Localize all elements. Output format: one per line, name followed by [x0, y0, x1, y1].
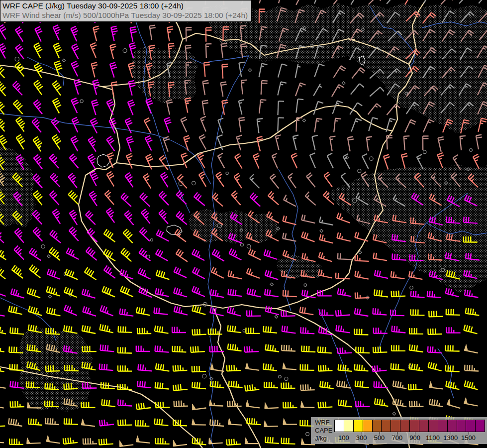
legend-color-box [447, 420, 457, 432]
legend-label-line3: J/kg [315, 435, 332, 443]
legend-color-box [466, 420, 475, 432]
legend-tick-label: 700 [391, 434, 402, 442]
legend-color-box [372, 420, 382, 432]
legend-color-box [428, 420, 438, 432]
legend-color-box [390, 420, 400, 432]
legend-color-box [400, 420, 409, 432]
legend-tick-label: 1100 [426, 434, 440, 442]
legend-label: WRF CAPE J/kg [315, 419, 332, 443]
map-subtitle: WRF Wind shear (m/s) 500/1000hPa Tuesday… [2, 10, 248, 20]
legend-label-line1: WRF [315, 419, 332, 427]
legend-tick-label: 100 [338, 434, 349, 442]
map-title: WRF CAPE (J/kg) Tuesday 30-09-2025 18:00… [2, 1, 248, 10]
legend-color-box [475, 420, 485, 432]
legend-color-box [353, 420, 363, 432]
legend-color-box [438, 420, 447, 432]
legend-color-box [419, 420, 428, 432]
legend-tick-label: 900 [409, 434, 420, 442]
legend-color-box [409, 420, 419, 432]
legend-color-box [457, 420, 466, 432]
legend-color-box [344, 420, 353, 432]
weather-map [0, 0, 487, 448]
cape-legend: WRF CAPE J/kg 10030050070090011001300150… [311, 417, 487, 444]
title-panel: WRF CAPE (J/kg) Tuesday 30-09-2025 18:00… [0, 0, 252, 22]
legend-tick-label: 500 [374, 434, 385, 442]
legend-color-box [381, 420, 390, 432]
legend-tick-label: 1500 [461, 434, 476, 442]
legend-color-box [363, 420, 372, 432]
wrf-forecast-map-page: WRF CAPE (J/kg) Tuesday 30-09-2025 18:00… [0, 0, 487, 448]
legend-color-bar [334, 420, 485, 432]
legend-color-box [335, 420, 344, 432]
legend-tick-label: 1300 [443, 434, 458, 442]
legend-tick-label: 300 [356, 434, 367, 442]
legend-label-line2: CAPE [315, 427, 332, 435]
